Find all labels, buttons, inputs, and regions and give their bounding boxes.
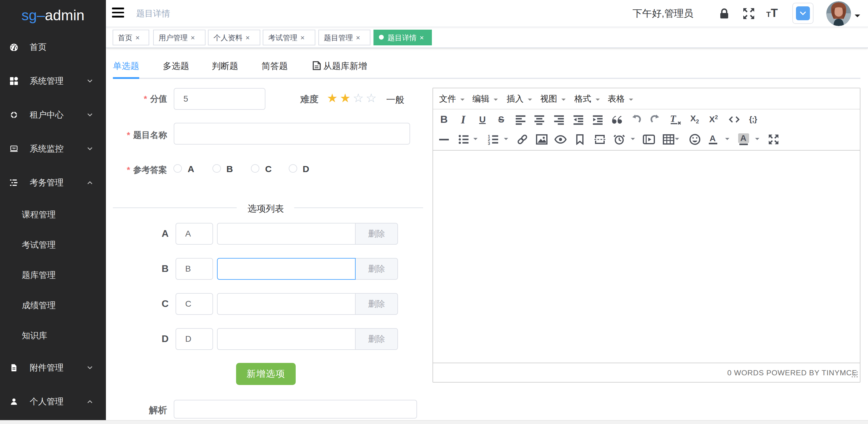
svg-text:A: A (740, 133, 746, 143)
svg-text:A: A (709, 134, 715, 143)
svg-text:3: 3 (488, 141, 490, 145)
svg-text:T: T (670, 114, 676, 124)
